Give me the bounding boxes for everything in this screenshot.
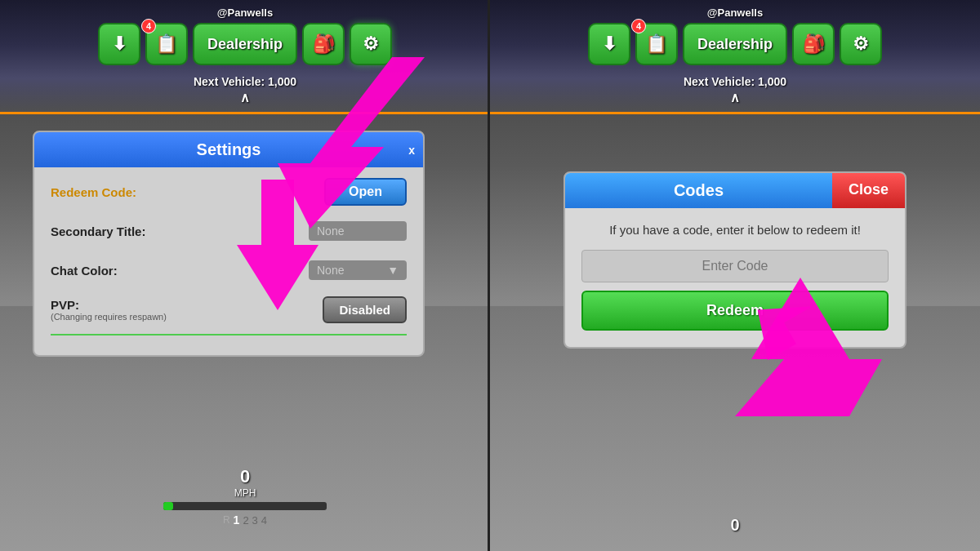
secondary-title-value: None [317,224,344,238]
right-settings-icon: ⚙ [853,33,869,55]
pvp-row: PVP: (Changing requires respawn) Disable… [51,295,407,324]
chat-color-control: None ▼ [181,260,407,280]
right-top-buttons: ⬇ 4 📋 Dealership 🎒 ⚙ [588,23,882,65]
right-username: @Panwells [707,7,763,19]
pvp-label: PVP: (Changing requires respawn) [51,298,181,322]
left-chevron-up: ∧ [194,90,296,105]
left-notification-badge: 4 [141,19,156,33]
right-panel: @Panwells ⬇ 4 📋 Dealership 🎒 ⚙ Next Vehi… [490,0,980,551]
left-dealership-button[interactable]: Dealership [193,23,297,65]
pvp-toggle-button[interactable]: Disabled [323,296,407,323]
left-next-vehicle: Next Vehicle: 1,000 ∧ [194,75,296,105]
redeem-code-control: Open [181,178,407,206]
open-redeem-button[interactable]: Open [324,178,407,206]
right-backpack-icon: 🎒 [803,33,825,55]
left-notification-wrapper: 4 📋 [145,23,188,65]
gear-3: 3 [252,514,258,527]
right-counter: 0 [730,516,739,535]
download-icon: ⬇ [112,33,127,55]
left-panel: @Panwells ⬇ 4 📋 Dealership 🎒 ⚙ Next Vehi… [0,0,490,551]
speed-bar [163,502,327,510]
code-input-field[interactable] [581,250,889,282]
settings-modal: Settings x Redeem Code: Open Secondary T… [33,131,425,357]
secondary-title-row: Secondary Title: None [51,216,407,246]
left-username: @Panwells [217,7,273,19]
right-settings-button[interactable]: ⚙ [840,23,882,65]
dropdown-arrow-icon: ▼ [387,264,399,277]
right-download-icon: ⬇ [602,33,617,55]
right-backpack-button[interactable]: 🎒 [792,23,835,65]
clipboard-icon: 📋 [155,33,177,55]
backpack-icon: 🎒 [313,33,335,55]
redeem-code-label: Redeem Code: [51,185,181,199]
codes-modal-body: If you have a code, enter it below to re… [565,208,905,347]
secondary-title-control: None [181,221,407,241]
codes-title[interactable]: Codes [565,173,832,208]
left-backpack-button[interactable]: 🎒 [302,23,345,65]
left-download-button[interactable]: ⬇ [98,23,140,65]
chat-color-dropdown[interactable]: None ▼ [309,260,407,280]
settings-modal-header: Settings x [34,132,423,167]
right-clipboard-icon: 📋 [645,33,667,55]
right-download-button[interactable]: ⬇ [588,23,630,65]
left-top-buttons: ⬇ 4 📋 Dealership 🎒 ⚙ [98,23,392,65]
gear-indicator: R 1 2 3 4 [163,513,327,527]
settings-close-button[interactable]: x [408,144,415,157]
settings-modal-body: Redeem Code: Open Secondary Title: None … [34,167,423,355]
left-settings-button[interactable]: ⚙ [350,23,392,65]
gear-4: 4 [261,514,267,527]
redeem-button[interactable]: Redeem [581,291,889,331]
left-speedometer: 0 MPH R 1 2 3 4 [163,466,327,527]
gear-2: 2 [243,514,248,527]
chat-color-row: Chat Color: None ▼ [51,256,407,285]
settings-icon: ⚙ [363,33,379,55]
chat-color-value: None [317,264,344,277]
redeem-code-row: Redeem Code: Open [51,177,407,207]
secondary-title-label: Secondary Title: [51,224,181,238]
reverse-gear: R [223,514,230,526]
active-gear: 1 [234,513,240,527]
right-next-vehicle: Next Vehicle: 1,000 ∧ [684,75,786,105]
codes-modal: Codes Close If you have a code, enter it… [564,171,906,349]
right-chevron-up: ∧ [684,90,786,105]
pvp-sub-label: (Changing requires respawn) [51,312,181,322]
codes-close-button[interactable]: Close [832,173,905,208]
speed-unit: MPH [163,487,327,499]
right-notification-wrapper: 4 📋 [635,23,678,65]
pvp-control: Disabled [181,296,407,323]
codes-modal-header: Codes Close [565,173,905,208]
chat-color-label: Chat Color: [51,264,181,278]
right-notification-badge: 4 [631,19,646,33]
codes-description: If you have a code, enter it below to re… [581,221,889,238]
right-dealership-button[interactable]: Dealership [683,23,787,65]
settings-divider [51,334,407,335]
secondary-title-dropdown[interactable]: None [309,221,407,241]
settings-title: Settings [197,140,261,158]
panel-divider [488,0,490,551]
speed-value: 0 [163,466,327,487]
